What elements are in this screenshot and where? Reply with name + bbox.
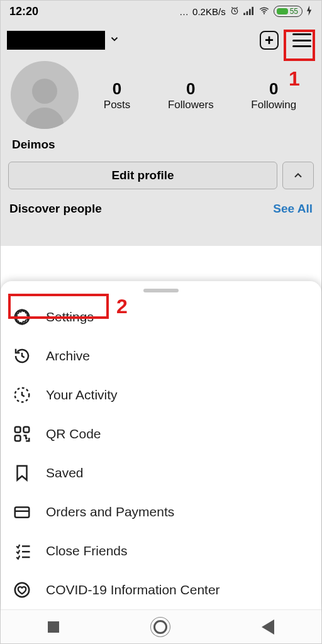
- status-netspeed: 0.2KB/s: [192, 6, 226, 17]
- charging-icon: [306, 6, 313, 18]
- android-nav-bar: [1, 609, 321, 643]
- heart-circle-icon: [12, 580, 32, 600]
- username-redacted: [7, 31, 105, 50]
- stat-label: Following: [251, 99, 296, 111]
- hamburger-menu-button[interactable]: [289, 27, 315, 53]
- gear-icon: [12, 307, 32, 327]
- svg-point-5: [264, 13, 265, 14]
- svg-rect-8: [15, 427, 21, 433]
- svg-rect-9: [24, 427, 30, 433]
- signal-icon: [243, 6, 255, 17]
- menu-item-label: Saved: [46, 465, 84, 480]
- qr-code-icon: [12, 424, 32, 444]
- create-button[interactable]: +: [256, 27, 282, 53]
- menu-item-close-friends[interactable]: Close Friends: [1, 531, 321, 570]
- stat-following[interactable]: 0 Following: [251, 79, 296, 111]
- alarm-icon: [230, 6, 240, 18]
- menu-item-covid[interactable]: COVID-19 Information Center: [1, 570, 321, 609]
- profile-avatar[interactable]: [11, 61, 79, 129]
- activity-icon: [12, 385, 32, 405]
- hamburger-icon: [292, 33, 311, 47]
- bookmark-icon: [12, 463, 32, 483]
- svg-rect-3: [249, 9, 251, 15]
- discover-title: Discover people: [9, 202, 102, 216]
- back-button[interactable]: [262, 619, 274, 635]
- menu-item-settings[interactable]: Settings: [1, 297, 321, 336]
- stat-label: Followers: [168, 99, 214, 111]
- stat-count: 0: [104, 79, 131, 99]
- menu-item-archive[interactable]: Archive: [1, 336, 321, 375]
- home-button[interactable]: [153, 620, 167, 634]
- status-time: 12:20: [9, 5, 38, 18]
- menu-item-label: QR Code: [46, 426, 101, 441]
- stat-count: 0: [168, 79, 214, 99]
- chevron-up-icon: [292, 169, 304, 182]
- svg-point-17: [15, 583, 30, 597]
- recent-apps-button[interactable]: [48, 621, 59, 633]
- svg-rect-4: [252, 6, 253, 14]
- menu-item-label: Your Activity: [46, 387, 118, 402]
- stat-followers[interactable]: 0 Followers: [168, 79, 214, 111]
- plus-icon: +: [260, 31, 279, 50]
- drag-handle[interactable]: [143, 289, 179, 292]
- menu-item-qr-code[interactable]: QR Code: [1, 414, 321, 453]
- svg-rect-1: [243, 13, 245, 15]
- svg-rect-2: [246, 11, 248, 14]
- wifi-icon: [258, 5, 270, 18]
- menu-item-label: Archive: [46, 348, 90, 364]
- battery-icon: 55: [274, 6, 303, 17]
- menu-bottom-sheet: Settings Archive Your Activity QR Code: [1, 281, 321, 609]
- suggestions-toggle-button[interactable]: [282, 162, 314, 189]
- menu-item-saved[interactable]: Saved: [1, 453, 321, 492]
- menu-item-label: COVID-19 Information Center: [46, 582, 220, 597]
- menu-item-label: Settings: [46, 309, 94, 325]
- menu-item-label: Close Friends: [46, 543, 128, 558]
- menu-item-label: Orders and Payments: [46, 504, 174, 519]
- menu-item-orders[interactable]: Orders and Payments: [1, 492, 321, 531]
- see-all-link[interactable]: See All: [273, 202, 313, 216]
- profile-header: +: [1, 22, 321, 56]
- display-name: Deimos: [1, 129, 321, 162]
- menu-item-activity[interactable]: Your Activity: [1, 375, 321, 414]
- svg-rect-10: [15, 436, 21, 441]
- chevron-down-icon[interactable]: [109, 33, 120, 48]
- stat-count: 0: [251, 79, 296, 99]
- stat-posts[interactable]: 0 Posts: [104, 79, 131, 111]
- archive-icon: [12, 346, 32, 366]
- credit-card-icon: [12, 502, 32, 522]
- stat-label: Posts: [104, 99, 131, 111]
- svg-rect-12: [15, 508, 30, 518]
- edit-profile-button[interactable]: Edit profile: [8, 162, 277, 189]
- close-friends-icon: [12, 541, 32, 561]
- status-bar: 12:20 … 0.2KB/s 55: [1, 1, 321, 22]
